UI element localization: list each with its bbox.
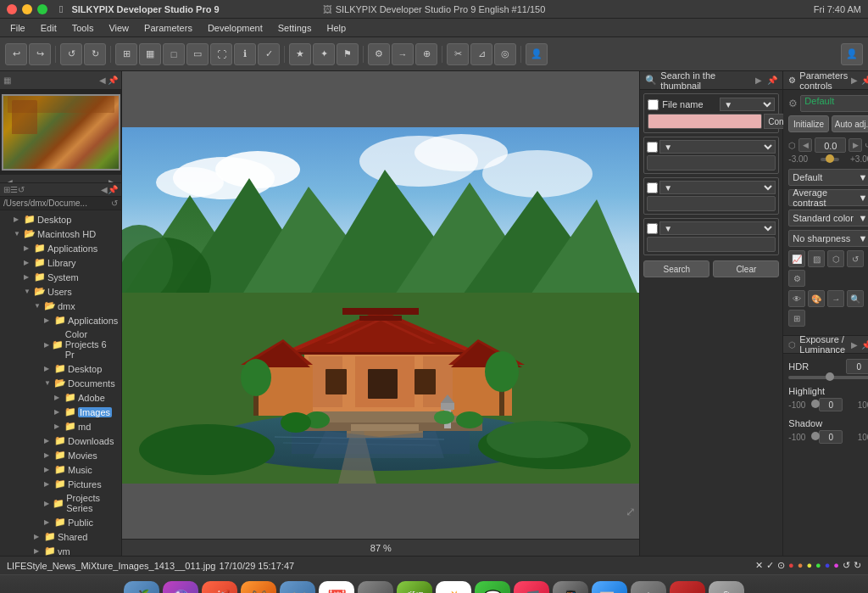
status-icon-orange[interactable]: ● xyxy=(798,560,804,571)
dock-music[interactable]: 🎵 xyxy=(514,581,549,594)
tree-item-downloads[interactable]: ▶ 📁 Downloads xyxy=(0,434,121,448)
ev-slider-track[interactable] xyxy=(821,158,839,161)
dock-launchpad[interactable]: 🚀 xyxy=(202,581,237,594)
tool-check[interactable]: ✓ xyxy=(258,43,280,65)
status-icon-blue[interactable]: ● xyxy=(825,560,831,571)
param-dropdown-color[interactable]: Standard color ▼ xyxy=(788,210,868,227)
refresh-icon[interactable]: ↺ xyxy=(18,185,25,194)
filter-input-2[interactable] xyxy=(647,196,776,211)
tool-crop[interactable]: ✂ xyxy=(447,43,469,65)
tree-item-documents[interactable]: ▼ 📂 Documents xyxy=(0,376,121,390)
status-icon-red[interactable]: ● xyxy=(788,560,794,571)
menu-settings[interactable]: Settings xyxy=(271,21,319,35)
tool-info[interactable]: ℹ xyxy=(234,43,256,65)
menu-help[interactable]: Help xyxy=(320,21,353,35)
thumbnail-image[interactable] xyxy=(2,94,120,171)
tool-person[interactable]: 👤 xyxy=(526,43,548,65)
prev-thumbnail-arrow[interactable]: ◀ xyxy=(3,176,13,183)
dock-finder[interactable]: 🍎 xyxy=(124,581,159,594)
status-icon-redo[interactable]: ↻ xyxy=(854,560,861,571)
tool-rotate-ccw[interactable]: ↺ xyxy=(60,43,82,65)
params-panel-arrow[interactable]: ▶ xyxy=(851,76,858,85)
param-icon-histogram[interactable]: ▨ xyxy=(808,250,825,267)
filter-checkbox-2[interactable] xyxy=(647,182,658,193)
tree-item-desktop[interactable]: ▶ 📁 Desktop xyxy=(0,212,121,227)
tree-item-users[interactable]: ▼ 📂 Users xyxy=(0,284,121,299)
tool-single[interactable]: □ xyxy=(163,43,185,65)
panel-pin-icon[interactable]: 📌 xyxy=(108,76,118,85)
tree-item-md[interactable]: ▶ 📁 md xyxy=(0,419,121,434)
shadow-slider-thumb[interactable] xyxy=(811,432,820,440)
params-panel-pin[interactable]: 📌 xyxy=(861,76,868,85)
tool-copy[interactable]: ⊕ xyxy=(415,43,437,65)
ev-left-btn[interactable]: ◀ xyxy=(798,138,812,152)
dock-maps[interactable]: 🗺 xyxy=(397,581,432,594)
tree-item-color-projects[interactable]: ▶ 📁 Color Projects 6 Pr xyxy=(0,327,121,361)
tree-item-vm[interactable]: ▶ 📁 vm xyxy=(0,544,121,556)
tree-item-system[interactable]: ▶ 📁 System xyxy=(0,270,121,284)
param-icon-wb[interactable]: ⬡ xyxy=(827,250,844,267)
dock-ios[interactable]: 📱 xyxy=(553,581,588,594)
filter-input-1[interactable] xyxy=(647,155,776,171)
filter-input-3[interactable] xyxy=(647,237,776,252)
dock-siri[interactable]: 🔮 xyxy=(163,581,198,594)
tree-item-macintosh[interactable]: ▼ 📂 Macintosh HD xyxy=(0,227,121,241)
dock-messages[interactable]: 💬 xyxy=(475,581,510,594)
tree-item-shared[interactable]: ▶ 📁 Shared xyxy=(0,529,121,544)
tree-item-dmx[interactable]: ▼ 📂 dmx xyxy=(0,299,121,313)
filename-checkbox[interactable] xyxy=(648,99,659,110)
ev-slider-thumb[interactable] xyxy=(826,154,834,163)
param-icon-curve[interactable]: 📈 xyxy=(788,250,805,267)
dock-systemprefs[interactable]: ⚙ xyxy=(631,581,666,594)
filter-type-select-2[interactable]: ▼ xyxy=(659,181,776,194)
tool-profile[interactable]: 👤 xyxy=(841,43,863,65)
image-area[interactable]: ⤢ xyxy=(122,71,639,539)
filter-checkbox-1[interactable] xyxy=(647,142,658,153)
dock-camera[interactable]: 📷 xyxy=(358,581,393,594)
refresh-path-btn[interactable]: ↺ xyxy=(111,199,118,208)
tree-item-projects-series[interactable]: ▶ 📁 Projects Series xyxy=(0,491,121,515)
status-icon-3[interactable]: ⊙ xyxy=(777,560,785,571)
param-icon-arrow[interactable]: → xyxy=(827,290,844,307)
hdr-slider-thumb[interactable] xyxy=(826,372,834,381)
menu-file[interactable]: File xyxy=(3,21,32,35)
tool-rotate-cw[interactable]: ↻ xyxy=(84,43,106,65)
ev-reset-icon[interactable]: ↺ xyxy=(865,141,868,149)
status-icon-1[interactable]: ✕ xyxy=(755,560,763,571)
tree-item-adobe[interactable]: ▶ 📁 Adobe xyxy=(0,390,121,405)
param-icon-rotate[interactable]: ↺ xyxy=(847,250,864,267)
tree-item-library[interactable]: ▶ 📁 Library xyxy=(0,255,121,270)
param-dropdown-default[interactable]: Default ▼ xyxy=(788,169,868,186)
tool-tag[interactable]: ✦ xyxy=(313,43,335,65)
param-dropdown-contrast[interactable]: Average contrast ▼ xyxy=(788,189,868,206)
list-view-icon[interactable]: ☰ xyxy=(10,185,18,194)
dock-firefox[interactable]: 🦊 xyxy=(241,581,276,594)
filter-type-select-3[interactable]: ▼ xyxy=(659,221,776,235)
next-thumbnail-arrow[interactable]: ▶ xyxy=(108,176,118,183)
param-dropdown-sharpness[interactable]: No sharpness ▼ xyxy=(788,230,868,247)
search-panel-pin[interactable]: 📌 xyxy=(767,76,777,85)
filter-type-select-1[interactable]: ▼ xyxy=(659,140,776,154)
tool-compare[interactable]: ▭ xyxy=(186,43,209,65)
param-icon-grid2[interactable]: ⊞ xyxy=(788,310,805,327)
dock-silkypix[interactable]: S9 xyxy=(670,581,705,594)
status-icon-2[interactable]: ✓ xyxy=(766,560,774,571)
filter-checkbox-3[interactable] xyxy=(647,223,658,234)
minimize-button[interactable] xyxy=(22,4,32,14)
close-button[interactable] xyxy=(7,4,17,14)
status-icon-green[interactable]: ● xyxy=(815,560,821,571)
panel-right-controls[interactable]: ◀ xyxy=(101,185,108,194)
tool-color-flag[interactable]: ⚑ xyxy=(337,43,359,65)
tree-item-images[interactable]: ▶ 📁 Images xyxy=(0,405,121,419)
menu-development[interactable]: Development xyxy=(201,21,270,35)
dock-trash[interactable]: 🗑 xyxy=(709,581,744,594)
dock-appstore[interactable]: 🏬 xyxy=(592,581,627,594)
folder-nav-icon[interactable]: ⊞ xyxy=(3,185,10,194)
tool-filmstrip[interactable]: ▦ xyxy=(139,43,161,65)
menu-tools[interactable]: Tools xyxy=(65,21,101,35)
highlight-slider-thumb[interactable] xyxy=(811,400,820,408)
panel-collapse-arrow[interactable]: ◀ xyxy=(99,76,106,85)
search-panel-arrow[interactable]: ▶ xyxy=(755,76,762,85)
clear-button[interactable]: Clear xyxy=(713,260,779,277)
hdr-slider-track[interactable] xyxy=(788,376,868,379)
